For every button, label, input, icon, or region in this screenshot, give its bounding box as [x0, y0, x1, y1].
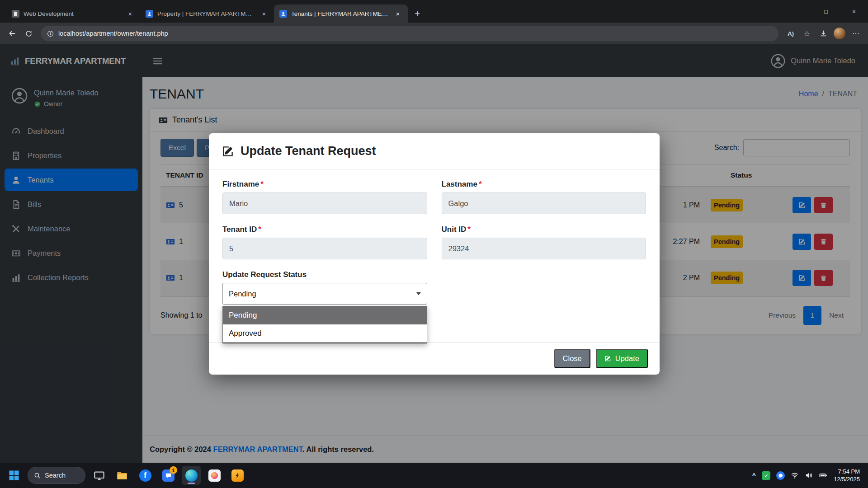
tenant-id-field: Tenant ID* [222, 225, 427, 259]
edit-icon [604, 355, 611, 362]
facebook-app-icon[interactable]: f [136, 466, 155, 485]
firstname-field: Firstname* [222, 180, 427, 214]
modal-title: Update Tenant Request [241, 144, 376, 158]
favorite-star-icon[interactable]: ☆ [799, 26, 815, 41]
site-info-icon[interactable] [47, 30, 54, 37]
system-tray: ^ 7:54 PM 12/5/2025 [752, 468, 863, 483]
remote-desktop-app-icon[interactable] [90, 466, 108, 485]
url-text: localhost/apartment/owner/tenant.php [58, 30, 168, 37]
clock-time: 7:54 PM [834, 468, 860, 475]
address-bar[interactable]: localhost/apartment/owner/tenant.php [41, 26, 778, 41]
minimize-button[interactable]: — [784, 0, 812, 23]
avatar [834, 28, 845, 39]
option-pending[interactable]: Pending [223, 306, 427, 324]
browser-toolbar: localhost/apartment/owner/tenant.php A) … [0, 23, 868, 44]
taskbar: Search f 1 ^ [0, 463, 868, 488]
new-tab-button[interactable]: + [410, 6, 425, 21]
status-select[interactable]: Pending [222, 283, 427, 305]
tab-tenants-active[interactable]: Tenants | FERRYMAR APARTMENT × [274, 5, 408, 23]
start-button[interactable] [5, 466, 24, 485]
media-logo-icon [208, 469, 221, 482]
maximize-button[interactable]: □ [812, 0, 840, 23]
required-marker: * [260, 180, 264, 188]
screen: Web Development × Property | FERRYMAR AP… [0, 0, 868, 488]
windows-logo-icon [9, 470, 19, 481]
site-favicon [279, 10, 287, 18]
unit-id-field: Unit ID* [442, 225, 646, 259]
edge-browser-icon[interactable] [182, 466, 201, 485]
tab-close-icon[interactable]: × [393, 9, 402, 18]
notification-badge: 1 [170, 466, 177, 474]
tab-title: Tenants | FERRYMAR APARTMENT [291, 10, 389, 17]
edge-logo-icon [185, 469, 198, 482]
dev-logo-icon [231, 469, 244, 482]
update-button-label: Update [615, 354, 639, 363]
browser-menu-icon[interactable]: ··· [848, 26, 863, 41]
status-field: Update Request Status Pending Pending Ap… [222, 270, 427, 305]
update-tenant-modal: Update Tenant Request Firstname* Lastnam… [209, 133, 660, 375]
battery-icon[interactable] [819, 471, 828, 479]
profile-avatar[interactable] [832, 26, 847, 41]
media-app-icon[interactable] [205, 466, 224, 485]
downloads-icon[interactable] [816, 26, 831, 41]
status-label: Update Request Status [222, 270, 427, 279]
window-controls: — □ × [784, 0, 868, 23]
window-close-button[interactable]: × [840, 0, 868, 23]
wifi-icon[interactable] [791, 471, 799, 479]
tab-title: Web Development [24, 10, 122, 17]
browser-tab-bar: Web Development × Property | FERRYMAR AP… [0, 0, 868, 23]
tab-web-development[interactable]: Web Development × [6, 5, 140, 23]
tray-chevron-up-icon[interactable]: ^ [752, 472, 756, 479]
chevron-down-icon [416, 292, 421, 295]
refresh-button[interactable] [21, 26, 36, 41]
read-aloud-icon[interactable]: A) [783, 26, 798, 41]
folder-icon [116, 469, 128, 481]
dev-app-icon[interactable] [228, 466, 247, 485]
taskbar-clock[interactable]: 7:54 PM 12/5/2025 [834, 468, 860, 483]
site-favicon [146, 10, 153, 18]
back-button[interactable] [5, 26, 20, 41]
monitor-icon [94, 470, 105, 481]
webpage: FERRYMAR APARTMENT Quinn Marie Toledo Qu… [0, 44, 868, 463]
unit-id-label: Unit ID [442, 225, 467, 234]
volume-icon[interactable] [805, 471, 813, 479]
tab-title: Property | FERRYMAR APARTMENT [157, 10, 255, 17]
option-approved[interactable]: Approved [223, 324, 427, 343]
update-button[interactable]: Update [596, 349, 648, 368]
clock-date: 12/5/2025 [834, 475, 860, 483]
unit-id-input[interactable] [442, 238, 646, 259]
firstname-label: Firstname [222, 180, 259, 188]
taskbar-search-label: Search [45, 472, 66, 479]
lastname-field: Lastname* [442, 180, 646, 214]
tenant-id-input[interactable] [222, 238, 427, 259]
edit-icon [222, 145, 234, 158]
green-status-tray-icon[interactable] [762, 471, 770, 480]
status-selected-value: Pending [229, 290, 256, 298]
messenger-tray-icon[interactable] [776, 471, 785, 480]
tab-close-icon[interactable]: × [259, 9, 269, 18]
required-marker: * [258, 225, 261, 234]
close-button[interactable]: Close [554, 349, 590, 368]
search-icon [34, 472, 41, 479]
tab-property[interactable]: Property | FERRYMAR APARTMENT × [140, 5, 274, 23]
facebook-f-icon: f [139, 469, 151, 482]
taskbar-search[interactable]: Search [28, 467, 85, 484]
firstname-input[interactable] [222, 192, 427, 214]
required-marker: * [467, 225, 471, 234]
tab-close-icon[interactable]: × [126, 9, 135, 18]
code-editor-favicon [12, 10, 19, 18]
file-explorer-icon[interactable] [113, 466, 132, 485]
lastname-input[interactable] [442, 192, 646, 214]
status-dropdown: Pending Approved [222, 306, 427, 343]
chat-app-icon[interactable]: 1 [159, 466, 178, 485]
tenant-id-label: Tenant ID [222, 225, 257, 234]
lastname-label: Lastname [442, 180, 477, 188]
required-marker: * [479, 180, 482, 188]
